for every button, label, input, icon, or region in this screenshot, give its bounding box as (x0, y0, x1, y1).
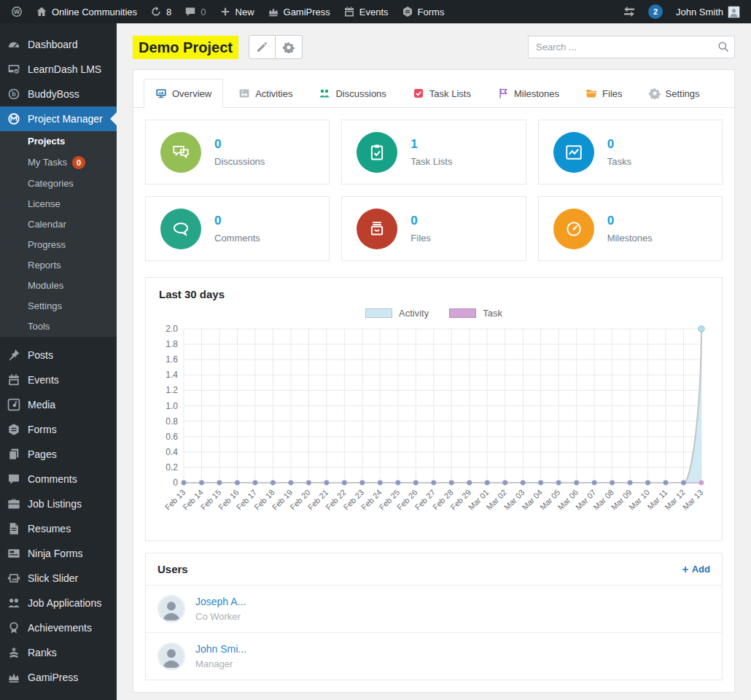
new-content-menu[interactable]: New (213, 0, 261, 23)
sidebar-item-label: Dashboard (28, 39, 78, 50)
sidebar-item-posts[interactable]: Posts (0, 343, 117, 368)
crown-icon (268, 6, 279, 18)
sidebar-subitem-tools[interactable]: Tools (0, 316, 117, 337)
tab-settings[interactable]: Settings (638, 79, 711, 108)
comment-count: 0 (201, 7, 206, 18)
update-icon (150, 6, 162, 18)
svg-text:0.6: 0.6 (166, 432, 178, 442)
users-list: Joseph A...Co WorkerJohn Smi...Manager (146, 586, 722, 680)
svg-text:Mar 10: Mar 10 (627, 488, 651, 512)
sidebar-item-pages[interactable]: Pages (0, 442, 117, 467)
users-card-header: Users Add (146, 553, 722, 586)
sidebar-item-learndash-lms[interactable]: LearnDash LMS (0, 57, 117, 82)
search-input[interactable] (528, 36, 735, 58)
wordpress-menu[interactable]: W (4, 0, 29, 23)
sidebar-subitem-reports[interactable]: Reports (0, 255, 117, 276)
gamipress-menu[interactable]: GamiPress (261, 0, 337, 23)
project-settings-button[interactable] (276, 35, 303, 59)
sidebar-item-achievements[interactable]: Achievements (0, 615, 117, 640)
stat-label: Milestones (607, 233, 653, 244)
sidebar-item-buddyboss[interactable]: bBuddyBoss (0, 82, 117, 106)
checklist-icon (413, 88, 424, 99)
tab-activities[interactable]: Activities (227, 79, 303, 108)
svg-text:0.4: 0.4 (166, 447, 178, 457)
edit-project-button[interactable] (249, 35, 276, 59)
sidebar-item-events[interactable]: Events (0, 368, 117, 392)
switch-account-button[interactable] (617, 0, 642, 23)
updates-menu[interactable]: 8 (144, 0, 178, 23)
search-icon[interactable] (717, 41, 729, 52)
project-manager-icon (7, 112, 20, 125)
sidebar-subitem-license[interactable]: License (0, 194, 117, 214)
sidebar-item-dashboard[interactable]: Dashboard (0, 32, 117, 57)
sidebar-item-job-listings[interactable]: Job Listings (0, 491, 117, 516)
sidebar-subitem-calendar[interactable]: Calendar (0, 214, 117, 235)
notifications-button[interactable]: 2 (642, 0, 669, 23)
comments-menu[interactable]: 0 (178, 0, 212, 23)
sidebar-subitem-categories[interactable]: Categories (0, 174, 117, 194)
stat-count: 0 (607, 137, 631, 152)
svg-text:0.2: 0.2 (166, 462, 178, 472)
sidebar-item-label: Job Listings (28, 498, 82, 510)
avatar[interactable] (157, 595, 185, 623)
tab-overview[interactable]: Overview (144, 79, 223, 108)
tab-discussions[interactable]: Discussions (308, 79, 397, 108)
sidebar-item-project-manager[interactable]: Project Manager (0, 106, 117, 131)
tab-label: Discussions (335, 88, 386, 99)
sidebar-subitem-modules[interactable]: Modules (0, 276, 117, 296)
tab-label: Activities (255, 88, 292, 99)
stat-card-milestones: 0Milestones (538, 196, 723, 261)
stat-label: Discussions (214, 156, 265, 167)
avatar[interactable] (157, 642, 185, 670)
svg-text:b: b (12, 90, 16, 98)
sidebar-item-ninja-forms[interactable]: Ninja Forms (0, 541, 117, 566)
sidebar-item-label: Forms (28, 424, 57, 435)
sidebar-item-comments[interactable]: Comments (0, 467, 117, 491)
tab-files[interactable]: Files (575, 79, 633, 108)
user-name: John Smith (676, 7, 723, 18)
user-name-link[interactable]: John Smi... (195, 643, 246, 655)
users-card: Users Add Joseph A...Co WorkerJohn Smi..… (145, 553, 723, 680)
sidebar-subitem-projects[interactable]: Projects (0, 131, 117, 152)
tab-label: Task Lists (429, 88, 471, 99)
stat-card-comments: 0Comments (145, 196, 330, 261)
sidebar-item-ranks[interactable]: Ranks (0, 640, 117, 665)
medal-icon (7, 621, 20, 634)
stat-card-tasks: 0Tasks (538, 120, 723, 184)
forms-label: Forms (418, 7, 445, 18)
chat-bubbles-icon (160, 132, 201, 173)
sidebar-subitem-my-tasks[interactable]: My Tasks0 (0, 152, 117, 174)
stat-count: 0 (607, 214, 653, 228)
count-badge: 0 (72, 156, 85, 169)
sidebar-item-gamipress[interactable]: GamiPress (0, 665, 117, 690)
stat-label: Tasks (607, 156, 631, 167)
svg-text:1.0: 1.0 (166, 401, 178, 411)
svg-text:1.4: 1.4 (166, 370, 178, 380)
sidebar-item-label: Ranks (28, 647, 57, 658)
tab-label: Milestones (514, 88, 559, 99)
tab-milestones[interactable]: Milestones (486, 79, 570, 108)
events-menu[interactable]: Events (337, 0, 395, 23)
svg-text:0: 0 (173, 478, 178, 488)
update-count: 8 (166, 7, 171, 18)
add-user-button[interactable]: Add (681, 564, 710, 575)
sidebar-item-resumes[interactable]: Resumes (0, 516, 117, 541)
sidebar-item-slick-slider[interactable]: Slick Slider (0, 566, 117, 591)
project-panel: OverviewActivitiesDiscussionsTask ListsM… (133, 69, 735, 693)
forms-menu[interactable]: Forms (395, 0, 451, 23)
site-name-menu[interactable]: Online Communities (29, 0, 144, 23)
chart-legend: ActivityTask (159, 308, 709, 319)
speech-bubble-icon (160, 209, 201, 249)
sidebar-item-label: Media (28, 399, 55, 411)
tab-task-lists[interactable]: Task Lists (402, 79, 482, 108)
sidebar-item-forms[interactable]: Forms (0, 417, 117, 442)
sidebar-item-media[interactable]: Media (0, 392, 117, 417)
svg-text:1.6: 1.6 (166, 354, 178, 365)
flag-icon (497, 88, 509, 99)
sidebar-subitem-settings[interactable]: Settings (0, 296, 117, 316)
sidebar-item-job-applications[interactable]: Job Applications (0, 591, 117, 615)
users-title: Users (157, 563, 188, 575)
user-account-menu[interactable]: John Smith (669, 0, 747, 23)
sidebar-subitem-progress[interactable]: Progress (0, 235, 117, 255)
user-name-link[interactable]: Joseph A... (195, 596, 246, 607)
